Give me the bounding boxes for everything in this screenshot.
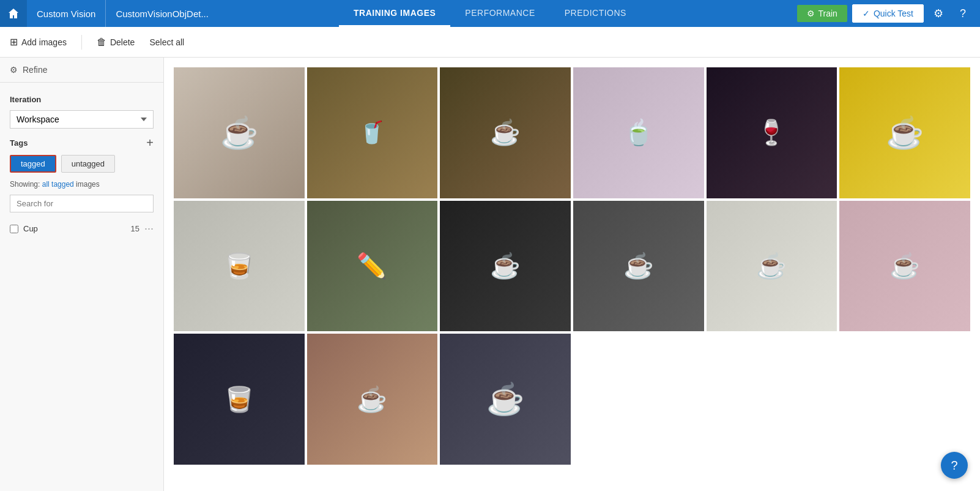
brand-name: Custom Vision xyxy=(27,0,106,27)
nav-tabs: TRAINING IMAGES PERFORMANCE PREDICTIONS xyxy=(339,0,641,27)
delete-button[interactable]: 🗑 Delete xyxy=(97,34,135,50)
sidebar: ⚙ Refine Iteration Workspace Tags + tagg… xyxy=(0,58,164,491)
tab-predictions[interactable]: PREDICTIONS xyxy=(550,0,641,27)
toolbar-separator xyxy=(81,35,82,50)
image-11: ☕ xyxy=(707,201,837,332)
tag-filter-buttons: tagged untagged xyxy=(0,155,163,180)
iteration-title: Iteration xyxy=(10,95,154,104)
sub-toolbar: ⊞ Add images 🗑 Delete Select all xyxy=(0,27,980,58)
top-navigation: Custom Vision CustomVisionObjDet... TRAI… xyxy=(0,0,980,27)
tab-performance[interactable]: PERFORMANCE xyxy=(450,0,549,27)
train-button[interactable]: ⚙ Train xyxy=(797,5,847,22)
tag-search-input[interactable] xyxy=(10,195,154,212)
project-name: CustomVisionObjDet... xyxy=(106,0,218,27)
add-tag-button[interactable]: + xyxy=(146,136,154,150)
image-cell-7[interactable]: 🥃 xyxy=(174,201,305,332)
image-13: 🥃 xyxy=(174,334,305,465)
tag-list-item-cup: Cup 15 ··· xyxy=(0,220,163,238)
nav-right-actions: ⚙ Train ✓ Quick Test ⚙ ? xyxy=(797,4,981,23)
main-layout: ⚙ Refine Iteration Workspace Tags + tagg… xyxy=(0,58,980,491)
untagged-filter-button[interactable]: untagged xyxy=(61,155,115,173)
image-cell-13[interactable]: 🥃 xyxy=(174,334,305,465)
help-fab-button[interactable]: ? xyxy=(941,452,968,479)
image-cell-12[interactable]: ☕ xyxy=(839,201,970,332)
image-cell-6[interactable]: ☕ xyxy=(839,67,970,198)
iteration-select[interactable]: Workspace xyxy=(10,110,154,129)
image-cell-11[interactable]: ☕ xyxy=(707,201,837,332)
image-5: 🍷 xyxy=(707,67,837,198)
image-6: ☕ xyxy=(839,67,970,198)
home-icon xyxy=(7,7,20,20)
refine-button[interactable]: ⚙ Refine xyxy=(0,58,163,83)
image-cell-1[interactable]: ☕ xyxy=(174,67,305,198)
tags-title: Tags xyxy=(10,138,28,148)
image-1: ☕ xyxy=(174,67,305,198)
quick-test-button[interactable]: ✓ Quick Test xyxy=(852,4,924,23)
image-15: ☕ xyxy=(440,334,571,465)
image-12: ☕ xyxy=(839,201,970,332)
image-cell-3[interactable]: ☕ xyxy=(440,67,571,198)
tab-training-images[interactable]: TRAINING IMAGES xyxy=(339,0,450,27)
image-cell-4[interactable]: 🍵 xyxy=(573,67,704,198)
image-3: ☕ xyxy=(440,67,571,198)
add-images-icon: ⊞ xyxy=(10,36,18,48)
image-cell-10[interactable]: ☕ xyxy=(573,201,704,332)
home-button[interactable] xyxy=(0,0,27,27)
cup-tag-checkbox[interactable] xyxy=(10,225,18,233)
settings-button[interactable]: ⚙ xyxy=(929,4,948,23)
tagged-filter-button[interactable]: tagged xyxy=(10,155,56,173)
iteration-section: Iteration Workspace xyxy=(0,83,163,136)
delete-icon: 🗑 xyxy=(97,37,106,48)
all-tagged-link[interactable]: all tagged xyxy=(42,180,74,189)
image-2: 🥤 xyxy=(307,67,438,198)
image-8: ✏️ xyxy=(307,201,438,332)
cup-tag-more-button[interactable]: ··· xyxy=(144,222,154,235)
image-cell-5[interactable]: 🍷 xyxy=(707,67,837,198)
refine-icon: ⚙ xyxy=(10,65,18,75)
image-grid-area: ☕ 🥤 ☕ 🍵 🍷 ☕ 🥃 ✏️ xyxy=(164,58,980,491)
showing-text: Showing: all tagged images xyxy=(0,180,163,195)
image-14: ☕ xyxy=(307,334,438,465)
image-cell-9[interactable]: ☕ xyxy=(440,201,571,332)
cup-tag-name: Cup xyxy=(23,224,126,233)
add-images-button[interactable]: ⊞ Add images xyxy=(10,34,67,50)
image-7: 🥃 xyxy=(174,201,305,332)
image-cell-8[interactable]: ✏️ xyxy=(307,201,438,332)
image-10: ☕ xyxy=(573,201,704,332)
tags-header: Tags + xyxy=(0,136,163,155)
help-button[interactable]: ? xyxy=(953,4,973,23)
image-cell-15[interactable]: ☕ xyxy=(440,334,571,465)
image-4: 🍵 xyxy=(573,67,704,198)
cup-tag-count: 15 xyxy=(131,224,139,233)
image-cell-14[interactable]: ☕ xyxy=(307,334,438,465)
image-grid: ☕ 🥤 ☕ 🍵 🍷 ☕ 🥃 ✏️ xyxy=(174,67,970,465)
select-all-button[interactable]: Select all xyxy=(149,35,184,50)
image-9: ☕ xyxy=(440,201,571,332)
image-cell-2[interactable]: 🥤 xyxy=(307,67,438,198)
